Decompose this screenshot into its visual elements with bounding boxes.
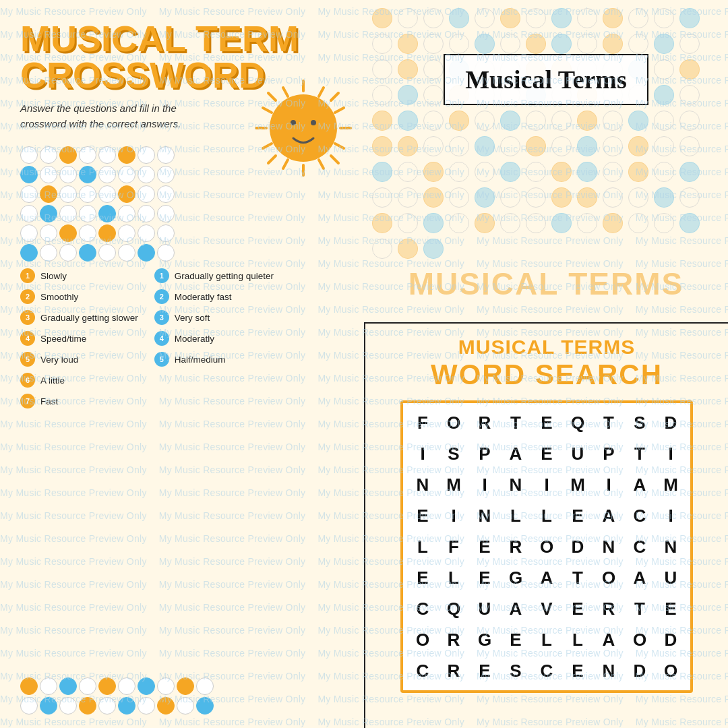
clue-text: Gradually getting slower bbox=[40, 313, 138, 323]
bg-circle bbox=[372, 239, 392, 259]
svg-line-4 bbox=[268, 93, 276, 100]
circle-cell bbox=[157, 166, 175, 183]
circle-cell bbox=[79, 244, 96, 262]
bg-circle bbox=[679, 59, 700, 80]
bg-circle bbox=[654, 85, 674, 105]
circle-cell bbox=[118, 185, 135, 203]
bg-circle bbox=[423, 136, 444, 156]
bottom-circle bbox=[118, 677, 135, 695]
circle-cell bbox=[79, 224, 96, 242]
bg-circle bbox=[500, 8, 520, 28]
circle-cell bbox=[79, 185, 96, 203]
clue-badge-across: 2 bbox=[20, 289, 35, 304]
word-search-row: ORGELLAOD bbox=[407, 624, 686, 655]
word-search-letter: R bbox=[500, 531, 531, 562]
bg-circle bbox=[679, 213, 700, 233]
bg-circle bbox=[526, 34, 546, 54]
word-search-letter: Q bbox=[562, 407, 593, 438]
word-search-row: ELEGATOAU bbox=[407, 562, 686, 593]
circle-cell bbox=[40, 166, 57, 183]
bg-circle bbox=[372, 162, 392, 182]
word-search-letter: C bbox=[407, 655, 438, 686]
bg-circle bbox=[679, 111, 700, 131]
bg-circle bbox=[679, 34, 700, 54]
svg-line-8 bbox=[263, 108, 272, 113]
crossword-subtitle: Answer the questions and fill in the cro… bbox=[20, 101, 195, 131]
bg-circle bbox=[526, 136, 546, 156]
circle-cell bbox=[98, 205, 116, 222]
circle-cell bbox=[20, 166, 38, 183]
bg-circle bbox=[398, 8, 418, 28]
circle-cell bbox=[59, 166, 77, 183]
bottom-circle bbox=[40, 677, 57, 695]
bottom-circle bbox=[138, 697, 155, 715]
bottom-circle bbox=[177, 697, 194, 715]
word-search-letter: E bbox=[655, 593, 686, 624]
bg-circle bbox=[551, 162, 572, 182]
circle-cell bbox=[157, 185, 175, 203]
word-search-letter: F bbox=[438, 531, 469, 562]
circle-cell bbox=[40, 224, 57, 242]
word-search-letter: R bbox=[469, 407, 500, 438]
circle-cell bbox=[20, 185, 38, 203]
word-search-letter: E bbox=[469, 655, 500, 686]
bg-circle bbox=[423, 162, 444, 182]
down-clues: 1Gradually getting quieter2Moderatly fas… bbox=[154, 268, 274, 668]
word-search-letter: L bbox=[531, 500, 562, 531]
word-search-letter: U bbox=[562, 438, 593, 469]
bg-circle bbox=[398, 162, 418, 182]
bg-circle bbox=[628, 8, 648, 28]
word-search-letter: Q bbox=[438, 593, 469, 624]
bg-circle bbox=[398, 85, 418, 105]
word-search-letter: N bbox=[469, 500, 500, 531]
bg-circle bbox=[372, 34, 392, 54]
circle-cell bbox=[98, 185, 116, 203]
svg-point-18 bbox=[311, 120, 316, 125]
clue-row: 1Gradually getting quieter bbox=[154, 268, 274, 283]
bg-circle bbox=[423, 213, 444, 233]
circle-cell bbox=[59, 224, 77, 242]
circle-cell bbox=[98, 224, 116, 242]
bg-circle bbox=[475, 187, 495, 208]
bg-circle bbox=[628, 187, 648, 208]
bg-circle bbox=[372, 187, 392, 208]
word-search-panel: MUSICAL TERMS WORD SEARCH FORTEQTSDISPAE… bbox=[364, 324, 728, 728]
bottom-circle bbox=[20, 697, 38, 715]
bottom-circle bbox=[196, 677, 214, 695]
word-search-letter: D bbox=[655, 407, 686, 438]
bg-circle bbox=[551, 111, 572, 131]
word-search-letter: R bbox=[438, 624, 469, 655]
bg-circle bbox=[551, 8, 572, 28]
bottom-circle bbox=[20, 677, 38, 695]
word-search-letter: I bbox=[469, 469, 500, 500]
word-search-letter: I bbox=[531, 469, 562, 500]
circle-cell bbox=[118, 224, 135, 242]
bg-circle bbox=[423, 187, 444, 208]
bg-circle bbox=[449, 136, 469, 156]
bg-circle bbox=[551, 34, 572, 54]
circle-cell bbox=[157, 224, 175, 242]
bg-circle bbox=[449, 34, 469, 54]
bg-circle bbox=[654, 187, 674, 208]
svg-point-17 bbox=[291, 120, 296, 125]
bg-circle bbox=[372, 213, 392, 233]
word-search-letter: E bbox=[562, 593, 593, 624]
bg-circle bbox=[654, 34, 674, 54]
circle-cell bbox=[138, 244, 155, 262]
bg-circle bbox=[603, 8, 623, 28]
circle-cell bbox=[118, 166, 135, 183]
bg-circle bbox=[423, 59, 444, 80]
word-search-row: NMINIMIAM bbox=[407, 469, 686, 500]
word-search-letter: L bbox=[531, 624, 562, 655]
bg-circle bbox=[398, 187, 418, 208]
bg-circle bbox=[679, 85, 700, 105]
circle-cell bbox=[118, 244, 135, 262]
bg-circle bbox=[500, 136, 520, 156]
circle-cell bbox=[118, 205, 135, 222]
bg-circle bbox=[603, 111, 623, 131]
bottom-circle bbox=[98, 677, 116, 695]
bg-circle bbox=[398, 239, 418, 259]
clue-badge-down: 2 bbox=[154, 289, 169, 304]
bg-circle bbox=[398, 34, 418, 54]
clue-text: Smoothly bbox=[40, 292, 78, 302]
